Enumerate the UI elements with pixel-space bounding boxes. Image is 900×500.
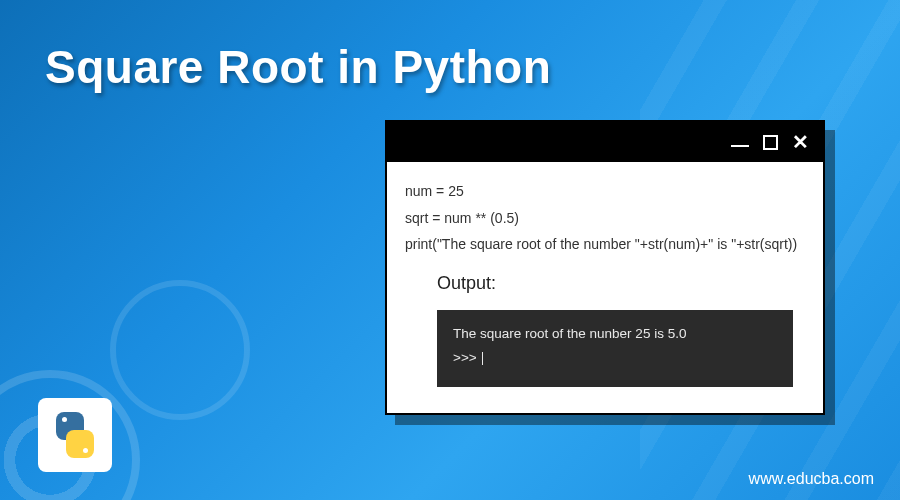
code-line: num = 25 xyxy=(405,178,805,205)
gear-decoration xyxy=(110,280,250,420)
cursor-icon xyxy=(482,352,483,365)
close-icon[interactable]: ✕ xyxy=(792,132,809,152)
python-logo xyxy=(38,398,112,472)
watermark: www.educba.com xyxy=(749,470,874,488)
output-console: The square root of the nunber 25 is 5.0 … xyxy=(437,310,793,387)
code-line: print("The square root of the number "+s… xyxy=(405,231,805,258)
code-window: ✕ num = 25 sqrt = num ** (0.5) print("Th… xyxy=(385,120,825,415)
output-line: The square root of the nunber 25 is 5.0 xyxy=(453,322,777,346)
page-title: Square Root in Python xyxy=(45,40,551,94)
maximize-icon[interactable] xyxy=(763,135,778,150)
output-label: Output: xyxy=(437,266,805,300)
output-prompt: >>> xyxy=(453,346,777,370)
window-titlebar: ✕ xyxy=(387,122,823,162)
minimize-icon[interactable] xyxy=(731,137,749,147)
code-line: sqrt = num ** (0.5) xyxy=(405,205,805,232)
code-body: num = 25 sqrt = num ** (0.5) print("The … xyxy=(387,162,823,413)
